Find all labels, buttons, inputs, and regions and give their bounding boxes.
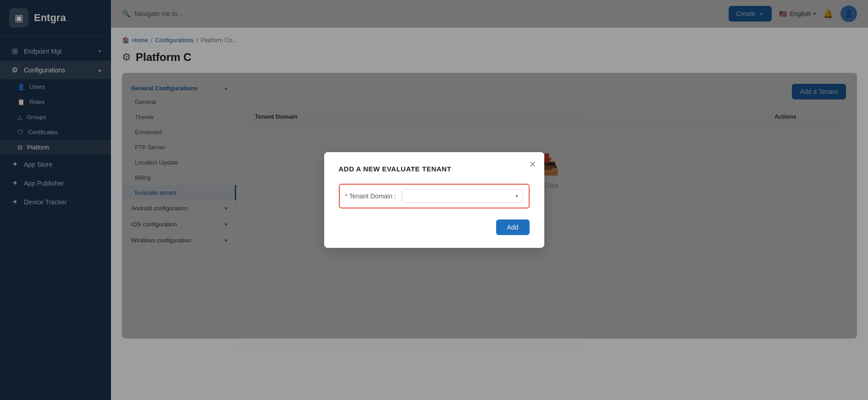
- modal-title: ADD A NEW EVALUATE TENANT: [339, 165, 530, 173]
- modal-add-evaluate-tenant: ADD A NEW EVALUATE TENANT ✕ * Tenant Dom…: [324, 152, 544, 248]
- modal-close-button[interactable]: ✕: [529, 159, 536, 170]
- tenant-domain-label: * Tenant Domain :: [345, 192, 396, 200]
- tenant-domain-select-wrap[interactable]: ▾: [402, 189, 523, 203]
- required-marker: *: [345, 192, 349, 200]
- select-chevron-icon: ▾: [515, 193, 518, 199]
- tenant-domain-select[interactable]: [407, 192, 515, 200]
- modal-add-button[interactable]: Add: [496, 219, 530, 235]
- modal-tenant-domain-field: * Tenant Domain : ▾: [339, 184, 530, 208]
- modal-actions: Add: [339, 219, 530, 235]
- modal-overlay: ADD A NEW EVALUATE TENANT ✕ * Tenant Dom…: [0, 0, 868, 400]
